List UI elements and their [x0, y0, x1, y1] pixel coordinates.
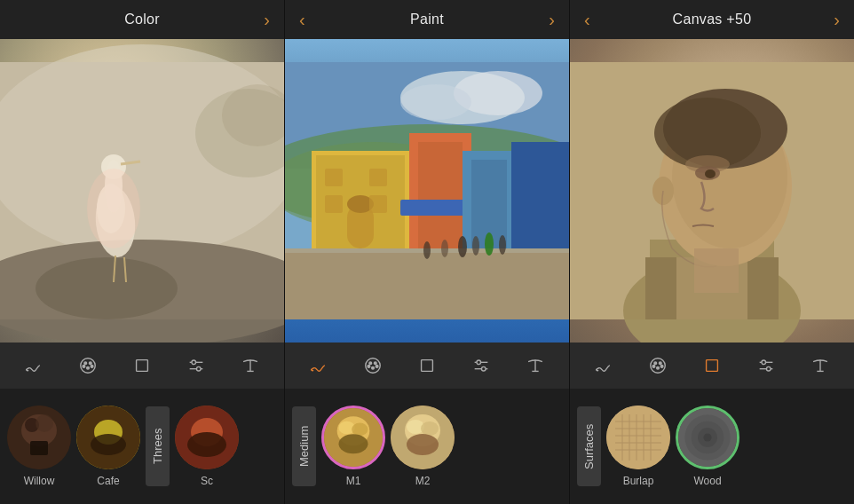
- palette-tool-canvas[interactable]: [642, 350, 674, 382]
- filter-wood-thumb: [676, 406, 739, 469]
- panel-paint-filters: Medium M1: [285, 389, 569, 504]
- svg-rect-117: [707, 360, 718, 372]
- svg-point-25: [196, 366, 201, 371]
- panel-color-image: [0, 39, 284, 343]
- svg-point-75: [376, 366, 378, 368]
- svg-point-120: [762, 360, 766, 365]
- paint-image-svg: [285, 39, 569, 343]
- svg-point-16: [84, 362, 87, 365]
- svg-point-12: [87, 169, 140, 248]
- panel-canvas-title: Canvas +50: [673, 12, 752, 28]
- filter-sc-thumb: [175, 406, 239, 469]
- svg-rect-69: [285, 62, 569, 319]
- svg-point-36: [91, 434, 126, 455]
- svg-point-86: [352, 423, 368, 437]
- crop-tool-color[interactable]: [126, 350, 158, 382]
- panel-canvas-toolbar: [570, 343, 854, 389]
- panel-paint: ‹ Paint ›: [285, 0, 570, 504]
- filter-sc-label: Sc: [201, 475, 213, 487]
- left-arrow-paint[interactable]: ‹: [299, 10, 305, 30]
- svg-point-114: [657, 366, 660, 369]
- filter-wood[interactable]: Wood: [676, 406, 739, 487]
- right-arrow-canvas[interactable]: ›: [834, 10, 840, 30]
- filter-m2-label: M2: [415, 475, 431, 487]
- svg-point-74: [368, 366, 370, 368]
- svg-point-116: [660, 366, 663, 368]
- panel-canvas: ‹ Canvas +50 ›: [570, 0, 854, 504]
- brush-tool-canvas[interactable]: [588, 350, 620, 382]
- filter-m2-thumb: [391, 406, 455, 469]
- app-container: ‹ Color ›: [0, 0, 854, 504]
- filter-cafe-thumb: [76, 406, 140, 469]
- panel-paint-header: ‹ Paint ›: [285, 0, 569, 39]
- filter-cafe-label: Cafe: [97, 475, 119, 487]
- filter-m1-thumb: [321, 406, 385, 469]
- svg-point-19: [83, 366, 85, 368]
- svg-point-24: [192, 360, 196, 365]
- crop-tool-canvas[interactable]: [696, 350, 728, 382]
- adjust-tool-canvas[interactable]: [750, 350, 782, 382]
- svg-point-139: [703, 433, 711, 441]
- adjust-tool-color[interactable]: [180, 350, 212, 382]
- filter-willow[interactable]: Willow: [7, 406, 71, 487]
- filter-willow-thumb: [7, 406, 71, 469]
- left-arrow-canvas[interactable]: ‹: [584, 10, 590, 30]
- svg-point-79: [477, 360, 481, 365]
- color-image-svg: [0, 39, 284, 343]
- svg-point-73: [372, 366, 375, 369]
- canvas-image-svg: [570, 39, 854, 343]
- text-tool-canvas[interactable]: [804, 350, 836, 382]
- palette-tool-paint[interactable]: [357, 350, 389, 382]
- filter-burlap[interactable]: Burlap: [606, 406, 670, 487]
- crop-tool-paint[interactable]: [411, 350, 443, 382]
- panel-canvas-header: ‹ Canvas +50 ›: [570, 0, 854, 39]
- filter-m1[interactable]: M1: [321, 406, 385, 487]
- filter-sc[interactable]: Sc: [175, 406, 239, 487]
- filter-m1-label: M1: [346, 475, 361, 487]
- filter-tab-threes[interactable]: Threes: [146, 406, 170, 486]
- panel-color-filters: Willow Cafe Threes: [0, 389, 284, 504]
- svg-point-121: [766, 366, 771, 371]
- svg-point-39: [187, 432, 226, 457]
- filter-burlap-label: Burlap: [623, 475, 654, 487]
- svg-point-92: [407, 434, 439, 455]
- svg-rect-32: [30, 441, 48, 455]
- svg-point-72: [375, 362, 377, 365]
- svg-point-87: [339, 434, 368, 453]
- filter-cafe[interactable]: Cafe: [76, 406, 140, 487]
- right-arrow-paint[interactable]: ›: [549, 10, 555, 30]
- palette-tool-color[interactable]: [72, 350, 104, 382]
- panel-color-title: Color: [124, 12, 160, 28]
- svg-point-124: [606, 406, 670, 469]
- svg-point-20: [91, 366, 93, 368]
- brush-tool-paint[interactable]: [303, 350, 335, 382]
- panel-paint-title: Paint: [410, 12, 444, 28]
- panel-paint-image: [285, 39, 569, 343]
- text-tool-paint[interactable]: [519, 350, 551, 382]
- svg-point-31: [36, 414, 53, 432]
- filter-tab-surfaces[interactable]: Surfaces: [577, 406, 601, 486]
- brush-tool-color[interactable]: [18, 350, 50, 382]
- filter-wood-label: Wood: [693, 475, 721, 487]
- svg-point-18: [87, 366, 90, 369]
- panel-canvas-image: [570, 39, 854, 343]
- filter-tab-medium[interactable]: Medium: [292, 406, 316, 486]
- svg-point-91: [421, 421, 439, 436]
- right-arrow-color[interactable]: ›: [264, 10, 270, 30]
- panel-color: ‹ Color ›: [0, 0, 285, 504]
- svg-point-112: [654, 362, 657, 365]
- svg-rect-110: [570, 62, 854, 319]
- svg-point-71: [369, 362, 372, 365]
- adjust-tool-paint[interactable]: [465, 350, 497, 382]
- text-tool-color[interactable]: [234, 350, 266, 382]
- svg-rect-21: [137, 360, 148, 372]
- filter-willow-label: Willow: [24, 475, 55, 487]
- panel-canvas-filters: Surfaces: [570, 389, 854, 504]
- svg-point-115: [652, 366, 655, 368]
- svg-rect-76: [422, 360, 433, 372]
- panel-color-header: ‹ Color ›: [0, 0, 284, 39]
- svg-point-113: [660, 362, 662, 365]
- filter-m2[interactable]: M2: [391, 406, 455, 487]
- panel-color-toolbar: [0, 343, 284, 389]
- svg-point-17: [90, 362, 92, 365]
